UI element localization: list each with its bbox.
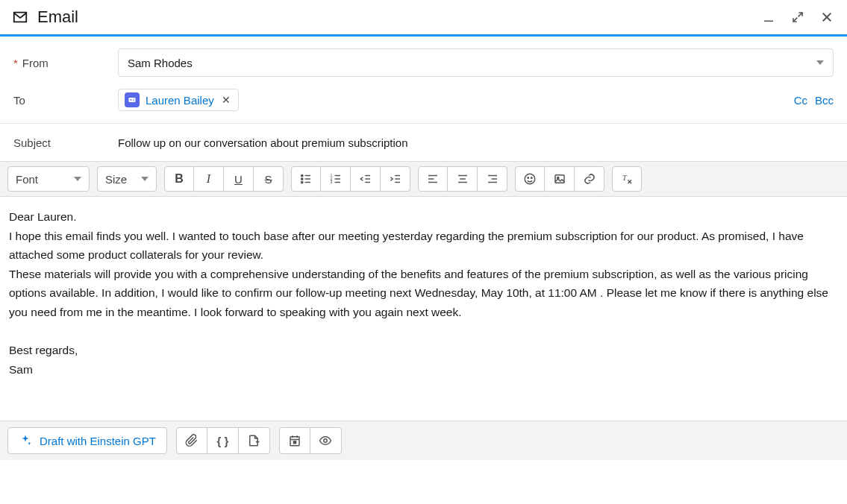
recipient-name: Lauren Bailey — [146, 94, 214, 107]
link-button[interactable] — [575, 166, 604, 192]
bold-button[interactable]: B — [164, 166, 194, 192]
align-center-button[interactable] — [448, 166, 478, 192]
email-body[interactable]: Dear Lauren. I hope this email finds you… — [0, 197, 847, 420]
remove-recipient-button[interactable]: ✕ — [220, 94, 232, 106]
body-greeting: Dear Lauren. — [9, 207, 838, 227]
svg-point-36 — [531, 177, 533, 179]
recipient-pill[interactable]: Lauren Bailey ✕ — [118, 89, 239, 111]
svg-point-34 — [525, 174, 535, 184]
image-button[interactable] — [545, 166, 575, 192]
svg-point-4 — [131, 99, 132, 101]
italic-button[interactable]: I — [194, 166, 224, 192]
emoji-button[interactable] — [515, 166, 545, 192]
draft-einstein-button[interactable]: Draft with Einstein GPT — [7, 427, 167, 454]
schedule-button[interactable] — [279, 427, 310, 454]
bullet-list-button[interactable] — [291, 166, 321, 192]
chevron-down-icon — [816, 60, 824, 65]
svg-point-11 — [301, 181, 303, 183]
svg-point-35 — [528, 177, 529, 179]
email-icon — [12, 9, 28, 25]
clear-format-button[interactable]: T — [612, 166, 642, 192]
required-indicator: * — [13, 57, 18, 69]
svg-point-7 — [301, 174, 303, 176]
window-title: Email — [37, 7, 78, 27]
align-right-button[interactable] — [478, 166, 507, 192]
attach-button[interactable] — [176, 427, 207, 454]
sparkle-icon — [19, 434, 32, 447]
svg-point-9 — [301, 178, 303, 180]
svg-text:3: 3 — [330, 180, 332, 184]
from-value: Sam Rhodes — [128, 57, 193, 69]
from-row: *From Sam Rhodes — [13, 44, 834, 81]
from-select[interactable]: Sam Rhodes — [118, 48, 834, 77]
align-left-button[interactable] — [418, 166, 448, 192]
indent-button[interactable] — [381, 166, 410, 192]
to-label: To — [13, 94, 25, 107]
draft-einstein-label: Draft with Einstein GPT — [40, 435, 156, 447]
expand-button[interactable] — [792, 11, 804, 23]
editor-toolbar: Font Size B I U S 123 — [0, 161, 847, 197]
body-paragraph: These materials will provide you with a … — [9, 265, 838, 322]
footer-toolbar: Draft with Einstein GPT { } — [0, 420, 847, 460]
minimize-button[interactable] — [762, 10, 775, 24]
svg-rect-37 — [555, 175, 564, 183]
close-button[interactable] — [820, 10, 834, 24]
svg-text:T: T — [622, 174, 628, 182]
contact-icon — [125, 92, 140, 107]
underline-button[interactable]: U — [224, 166, 254, 192]
font-select[interactable]: Font — [7, 166, 90, 192]
subject-input[interactable] — [118, 132, 834, 154]
size-select[interactable]: Size — [97, 166, 157, 192]
subject-label: Subject — [13, 136, 51, 149]
svg-point-49 — [324, 439, 328, 443]
body-closing: Best regards, — [9, 341, 838, 360]
chevron-down-icon — [141, 177, 149, 181]
cc-button[interactable]: Cc — [794, 94, 807, 107]
subject-row: Subject — [13, 124, 834, 161]
svg-rect-3 — [129, 98, 136, 102]
template-button[interactable] — [239, 427, 270, 454]
from-label: From — [22, 57, 49, 69]
merge-field-button[interactable]: { } — [207, 427, 239, 454]
bcc-button[interactable]: Bcc — [815, 94, 834, 107]
body-signature: Sam — [9, 360, 838, 379]
to-row: To Lauren Bailey ✕ Cc Bcc — [13, 81, 834, 119]
strikethrough-button[interactable]: S — [254, 166, 284, 192]
body-paragraph: I hope this email finds you well. I want… — [9, 227, 838, 265]
numbered-list-button[interactable]: 123 — [321, 166, 351, 192]
preview-button[interactable] — [310, 427, 342, 454]
window-header: Email — [0, 0, 847, 34]
svg-rect-48 — [293, 441, 296, 444]
chevron-down-icon — [74, 177, 81, 181]
outdent-button[interactable] — [351, 166, 381, 192]
